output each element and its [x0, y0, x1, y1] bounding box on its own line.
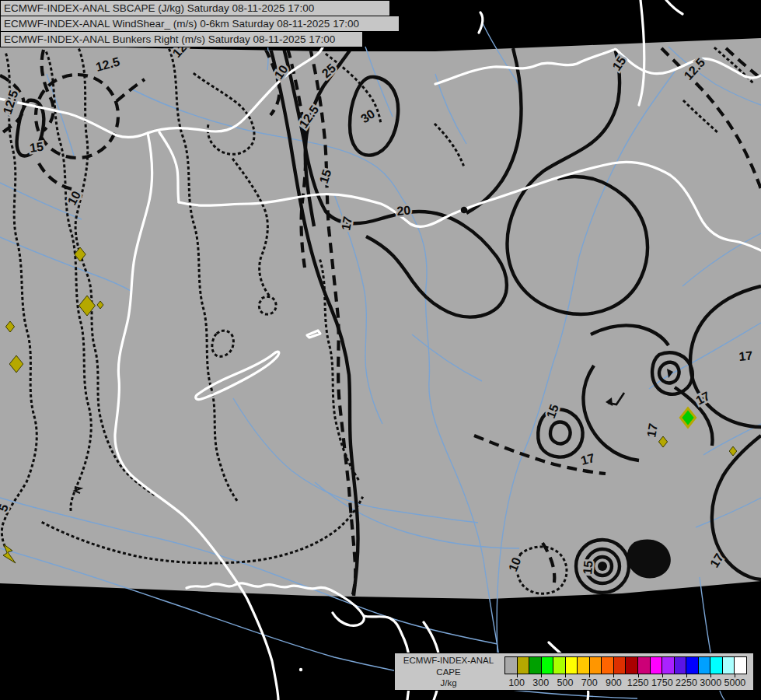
- map-title-bar-1: ECMWF-INDEX-ANAL SBCAPE (J/kg) Saturday …: [0, 0, 390, 16]
- contour-label: 20: [396, 203, 411, 217]
- legend-tick-label: 500: [557, 677, 574, 688]
- legend-tick-label: 100: [508, 677, 525, 688]
- map-title-bar-3: ECMWF-INDEX-ANAL Bunkers Right (m/s) Sat…: [0, 31, 363, 47]
- legend-color-box-10: [625, 656, 638, 674]
- cape-legend: ECMWF-INDEX-ANAL CAPE J/kg 1003005007009…: [394, 653, 754, 691]
- contour-label: 17: [339, 215, 354, 232]
- legend-color-box-8: [601, 656, 614, 674]
- legend-color-box-13: [662, 656, 675, 674]
- legend-color-bar: [504, 656, 747, 674]
- legend-tick-label: 3000: [700, 677, 721, 688]
- legend-tick-label: 300: [532, 677, 549, 688]
- legend-color-box-16: [698, 656, 711, 674]
- legend-tick-label: 5000: [724, 677, 745, 688]
- legend-color-box-1: [517, 656, 530, 674]
- legend-tick-label: 2250: [675, 677, 697, 688]
- contour-label: 15: [581, 560, 595, 575]
- legend-color-box-7: [589, 656, 602, 674]
- legend-color-box-3: [541, 656, 554, 674]
- legend-title-block: ECMWF-INDEX-ANAL CAPE J/kg: [395, 655, 502, 689]
- contour-label: 17: [644, 422, 660, 439]
- forecast-map: 12.51512.51012.51012.525301517201512.551…: [0, 0, 761, 700]
- legend-color-box-19: [734, 656, 747, 674]
- legend-color-box-6: [577, 656, 590, 674]
- legend-tick-label: 700: [581, 677, 598, 688]
- legend-color-box-18: [722, 656, 735, 674]
- legend-title-line1: ECMWF-INDEX-ANAL: [395, 655, 502, 667]
- legend-title-line2: CAPE: [395, 667, 502, 678]
- legend-tick-label: 1750: [651, 677, 673, 688]
- weather-map-screenshot: 12.51512.51012.51012.525301517201512.551…: [0, 0, 761, 700]
- legend-color-box-0: [504, 656, 518, 674]
- map-title-bars: ECMWF-INDEX-ANAL SBCAPE (J/kg) Saturday …: [0, 0, 400, 47]
- legend-color-box-11: [637, 656, 651, 674]
- contour-label: 17: [738, 348, 753, 362]
- legend-color-box-4: [553, 656, 566, 674]
- legend-color-box-14: [674, 656, 687, 674]
- legend-color-box-5: [565, 656, 578, 674]
- legend-color-box-15: [686, 656, 699, 674]
- city-dot-icon: [461, 207, 468, 214]
- legend-color-box-9: [613, 656, 627, 674]
- legend-color-box-2: [529, 656, 542, 674]
- legend-tick-label: 1250: [627, 677, 649, 688]
- legend-color-box-17: [710, 656, 723, 674]
- contour-label: 15: [29, 140, 44, 155]
- legend-title-line3: J/kg: [395, 677, 502, 689]
- map-title-bar-2: ECMWF-INDEX-ANAL WindShear_ (m/s) 0-6km …: [0, 16, 400, 32]
- legend-color-box-12: [650, 656, 663, 674]
- legend-tick-label: 900: [606, 677, 622, 688]
